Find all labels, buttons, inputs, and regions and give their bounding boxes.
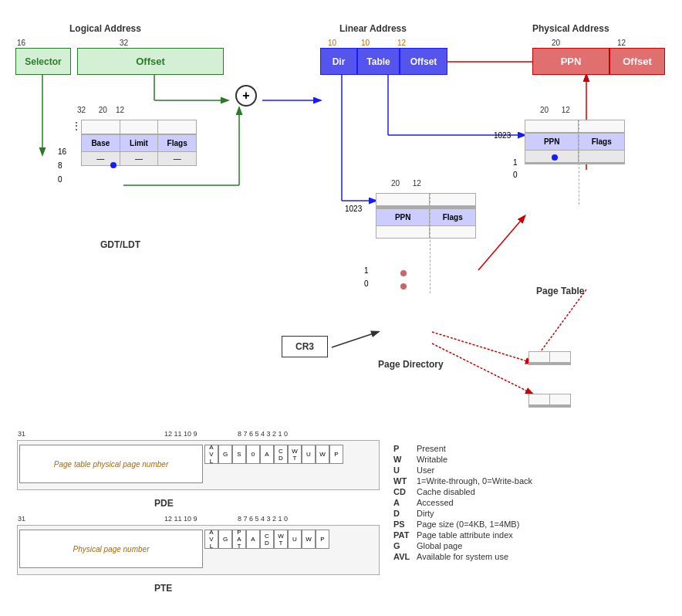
svg-line-14 — [432, 332, 532, 363]
logical-address-label: Logical Address — [69, 23, 141, 34]
offset-box: Offset — [77, 48, 224, 75]
pte-container: 31 12 11 10 9 8 7 6 5 4 3 2 1 0 Physical… — [17, 525, 380, 575]
legend: P Present W Writable U User WT 1=Write-t… — [393, 444, 532, 563]
pte-label: PTE — [154, 583, 172, 594]
pde-label: PDE — [154, 498, 174, 509]
gdt-table-container: 32 20 12 ⋮ BaseLimitFlags ——— 16 8 0 — [69, 120, 116, 128]
pte-main-field: Physical page number — [19, 530, 203, 568]
page-dir-label: Page Directory — [378, 359, 444, 370]
dir-bits-label: 10 — [328, 39, 336, 47]
pa-offset-bits-label: 12 — [617, 39, 626, 47]
la-offset-box: Offset — [400, 48, 447, 75]
pa-offset-box: Offset — [609, 48, 665, 75]
la-offset-bits-label: 12 — [397, 39, 406, 47]
cr3-box: CR3 — [282, 336, 328, 357]
selector-box: Selector — [15, 48, 71, 75]
diagram-container: Logical Address 16 32 Selector Offset + … — [0, 0, 682, 616]
plus-circle: + — [235, 85, 257, 107]
linear-address-label: Linear Address — [339, 23, 407, 34]
svg-line-15 — [432, 344, 532, 394]
table-bits-label: 10 — [361, 39, 370, 47]
page-table-label: Page Table — [536, 286, 584, 296]
offset-bits-label: 32 — [120, 39, 128, 47]
gdt-label: GDT/LDT — [100, 239, 140, 250]
ppn-box: PPN — [532, 48, 609, 75]
pde-container: 31 12 11 10 9 8 7 6 5 4 3 2 1 0 Page tab… — [17, 440, 380, 490]
svg-line-13 — [332, 332, 378, 347]
ppn-bits-label: 20 — [552, 39, 560, 47]
svg-line-10 — [478, 216, 525, 270]
physical-address-label: Physical Address — [532, 23, 609, 34]
table-box: Table — [357, 48, 400, 75]
selector-bits-label: 16 — [17, 39, 25, 47]
dir-box: Dir — [320, 48, 357, 75]
arrows-svg — [0, 0, 682, 616]
pde-main-field: Page table physical page number — [19, 445, 203, 483]
